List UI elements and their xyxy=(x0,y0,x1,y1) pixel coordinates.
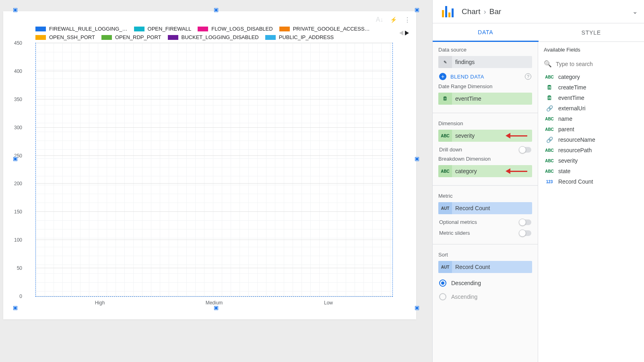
plot-area: 050100150200250300350400450 xyxy=(35,43,393,297)
chevron-right-icon: › xyxy=(483,7,486,16)
field-row[interactable]: 🔗resourceName xyxy=(541,134,641,145)
field-row[interactable]: ABCseverity xyxy=(541,155,641,166)
field-row[interactable]: 🗓eventTime xyxy=(541,93,641,103)
breadcrumb-root: Chart xyxy=(462,7,480,16)
bar-stacks xyxy=(36,43,392,296)
legend-item[interactable]: PUBLIC_IP_ADDRESS xyxy=(265,34,334,40)
abc-icon: ABC xyxy=(438,130,452,142)
panel-collapse-icon[interactable]: ⌄ xyxy=(632,8,638,15)
optional-metrics-label: Optional metrics xyxy=(439,219,477,225)
field-row[interactable]: ABCparent xyxy=(541,124,641,134)
right-panel: Chart › Bar ⌄ DATA STYLE Data source fin… xyxy=(432,0,644,362)
aut-icon: AUT xyxy=(438,202,452,214)
legend-item[interactable]: BUCKET_LOGGING_DISABLED xyxy=(168,34,259,40)
aut-icon: AUT xyxy=(438,261,452,273)
field-row[interactable]: ABCresourcePath xyxy=(541,145,641,155)
metric-sliders-toggle[interactable] xyxy=(519,230,531,236)
breakdown-label: Breakdown Dimension xyxy=(438,156,532,162)
abc-icon: ABC xyxy=(438,165,452,177)
tab-data[interactable]: DATA xyxy=(433,23,539,42)
calendar-icon xyxy=(438,93,452,105)
chart-legend: FIREWALL_RULE_LOGGING_…OPEN_FIREWALLFLOW… xyxy=(35,26,380,40)
field-row[interactable]: ABCstate xyxy=(541,166,641,176)
legend-next-icon[interactable] xyxy=(405,31,409,35)
search-icon xyxy=(544,60,552,68)
dimension-chip[interactable]: ABC severity xyxy=(438,130,532,142)
blend-data-button[interactable]: + BLEND DATA ? xyxy=(438,71,532,83)
panel-tabs: DATA STYLE xyxy=(433,23,644,42)
x-axis-labels: HighMediumLow xyxy=(35,300,393,307)
x-tick-label: Medium xyxy=(166,300,262,307)
drill-down-label: Drill down xyxy=(439,147,462,153)
annotation-arrow xyxy=(506,168,527,174)
metric-chip[interactable]: AUT Record Count xyxy=(438,202,532,214)
data-source-value: findings xyxy=(452,59,532,65)
legend-item[interactable]: FIREWALL_RULE_LOGGING_… xyxy=(35,26,128,32)
sort-az-icon[interactable]: A↓ xyxy=(375,15,384,24)
drill-down-toggle[interactable] xyxy=(519,147,531,153)
x-tick-label: High xyxy=(52,300,148,307)
legend-item[interactable]: OPEN_FIREWALL xyxy=(134,26,192,32)
panel-breadcrumb: Chart › Bar xyxy=(462,7,627,16)
legend-item[interactable]: OPEN_SSH_PORT xyxy=(35,34,95,40)
field-row[interactable]: 123Record Count xyxy=(541,176,641,187)
breakdown-chip[interactable]: ABC category xyxy=(438,165,532,177)
date-range-chip[interactable]: eventTime xyxy=(438,93,532,105)
available-fields-header: Available Fields xyxy=(544,47,638,53)
legend-item[interactable]: PRIVATE_GOOGLE_ACCESS… xyxy=(279,26,370,32)
help-icon[interactable]: ? xyxy=(525,73,531,80)
field-row[interactable]: ABCname xyxy=(541,114,641,124)
sort-chip[interactable]: AUT Record Count xyxy=(438,261,532,273)
chart-type-icon xyxy=(439,3,456,20)
breadcrumb-leaf: Bar xyxy=(489,7,502,16)
legend-item[interactable]: FLOW_LOGS_DISABLED xyxy=(198,26,272,32)
sort-desc-radio[interactable]: Descending xyxy=(438,276,532,290)
bolt-icon[interactable]: ⚡ xyxy=(389,15,398,24)
panel-header[interactable]: Chart › Bar ⌄ xyxy=(433,0,644,23)
config-column: Data source findings + BLEND DATA ? Date… xyxy=(433,42,538,362)
fields-search-input[interactable] xyxy=(555,60,638,68)
optional-metrics-toggle[interactable] xyxy=(519,219,531,225)
chart-canvas[interactable]: A↓ ⚡ ⋮ FIREWALL_RULE_LOGGING_…OPEN_FIREW… xyxy=(0,0,432,362)
more-menu-icon[interactable]: ⋮ xyxy=(402,15,411,24)
chart-card[interactable]: A↓ ⚡ ⋮ FIREWALL_RULE_LOGGING_…OPEN_FIREW… xyxy=(3,11,416,319)
sort-label: Sort xyxy=(438,252,532,258)
fields-list: ABCcategory🗓createTime🗓eventTime🔗externa… xyxy=(538,72,644,187)
sort-asc-radio[interactable]: Ascending xyxy=(438,290,532,304)
plus-icon: + xyxy=(439,73,446,80)
data-source-label: Data source xyxy=(438,47,532,53)
tab-style[interactable]: STYLE xyxy=(539,23,644,41)
annotation-arrow xyxy=(506,133,527,139)
dimension-label: Dimension xyxy=(438,120,532,126)
field-row[interactable]: 🗓createTime xyxy=(541,82,641,93)
legend-item[interactable]: OPEN_RDP_PORT xyxy=(101,34,161,40)
data-source-chip[interactable]: findings xyxy=(438,56,532,68)
field-row[interactable]: 🔗externalUri xyxy=(541,103,641,114)
pencil-icon xyxy=(438,56,452,68)
legend-pager[interactable] xyxy=(399,31,409,35)
legend-prev-icon[interactable] xyxy=(399,31,403,35)
date-range-label: Date Range Dimension xyxy=(438,83,532,89)
metric-sliders-label: Metric sliders xyxy=(439,230,470,236)
fields-search[interactable] xyxy=(538,56,644,72)
x-tick-label: Low xyxy=(280,300,377,307)
field-row[interactable]: ABCcategory xyxy=(541,72,641,82)
metric-label: Metric xyxy=(438,193,532,199)
fields-column: Available Fields ABCcategory🗓createTime🗓… xyxy=(538,42,644,362)
